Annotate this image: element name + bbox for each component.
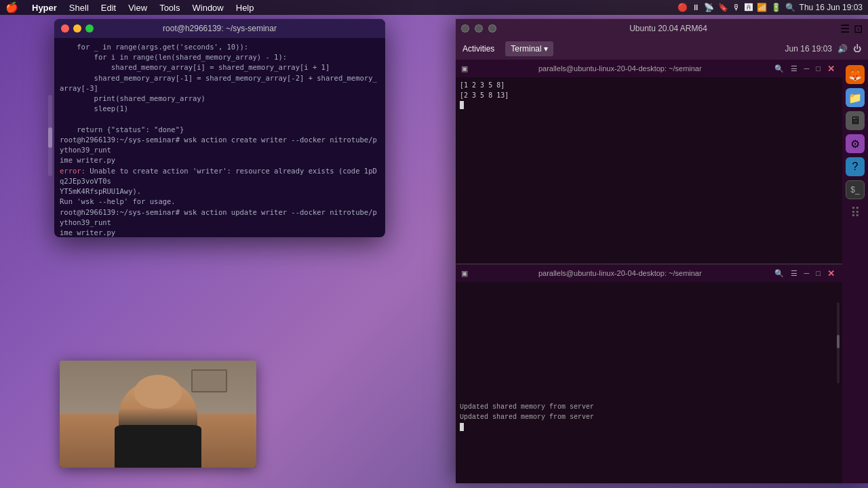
term-scrollbar-thumb [837, 335, 840, 348]
hyper-terminal-window: root@h2966139: ~/sys-seminar for _ in ra… [54, 19, 385, 237]
dock-files[interactable]: 📁 [846, 88, 865, 107]
terminal-tab[interactable]: Terminal ▾ [505, 41, 553, 56]
menubar-mic-icon: 🎙 [732, 3, 741, 12]
term-bottom-expand-icon[interactable]: □ [814, 268, 823, 278]
ubuntu-power-icon[interactable]: ⏻ [853, 44, 861, 54]
ubuntu-close-btn[interactable] [461, 24, 469, 33]
term-pane-top-right-icons: 🔍 ☰ ─ □ ✕ [772, 63, 837, 75]
menubar-shell[interactable]: Shell [64, 2, 94, 14]
picture-frame [191, 369, 226, 393]
dock-nautilus[interactable]: 🖥 [846, 111, 865, 130]
ubuntu-sound-icon[interactable]: 🔊 [837, 44, 848, 54]
menubar-broadcast-icon: 📡 [704, 3, 714, 12]
apple-menu[interactable]: 🍎 [5, 1, 18, 14]
ubuntu-traffic-lights [461, 24, 496, 33]
term-close-icon[interactable]: ✕ [825, 63, 837, 75]
maximize-button[interactable] [85, 24, 94, 33]
hyper-terminal-content[interactable]: for _ in range(args.get('seconds', 10)):… [54, 38, 385, 237]
menubar-pause-icon: ⏸ [692, 3, 700, 12]
term-pane-bottom-left-icons: ▣ [461, 269, 468, 278]
dock-help[interactable]: ? [846, 157, 865, 176]
term-minimize-icon[interactable]: ─ [802, 64, 812, 73]
ubuntu-window: Ubuntu 20.04 ARM64 ☰ ⊡ Activities Termin… [456, 19, 868, 483]
menubar-rec-icon: 🔴 [677, 3, 688, 12]
hyper-window-title: root@h2966139: ~/sys-seminar [163, 24, 277, 33]
term-pane-bottom-body[interactable]: Updated shared memory from server Update… [456, 282, 842, 483]
terminal-output: for _ in range(args.get('seconds', 10)):… [60, 42, 380, 237]
ubuntu-dock: 🦊 📁 🖥 ⚙ ? $_ ⠿ [842, 60, 868, 483]
term-bottom-close-icon[interactable]: ✕ [825, 268, 837, 279]
menubar-view[interactable]: View [123, 2, 153, 14]
menubar-items: Hyper Shell Edit View Tools Window Help [26, 2, 260, 14]
left-scroll-thumb [48, 127, 52, 148]
term-pane-top-body[interactable]: [1 2 3 5 8] [2 3 5 8 13] [456, 77, 842, 264]
terminal-pane-bottom: ▣ parallels@ubuntu-linux-20-04-desktop: … [456, 264, 842, 483]
term-scrollbar[interactable] [837, 302, 840, 384]
menubar-edit[interactable]: Edit [96, 2, 121, 14]
terminal-icon-small-2: ▣ [461, 269, 468, 278]
term-pane-top-titlebar: ▣ parallels@ubuntu-linux-20-04-desktop: … [456, 60, 842, 77]
menubar-help[interactable]: Help [231, 2, 260, 14]
ubuntu-datetime: Jun 16 19:03 [785, 44, 832, 54]
term-pane-top-title: parallels@ubuntu-linux-20-04-desktop: ~/… [473, 64, 767, 73]
activities-label[interactable]: Activities [462, 44, 494, 54]
dock-terminal[interactable]: $_ [846, 180, 865, 199]
ubuntu-minimize-btn[interactable] [475, 24, 483, 33]
menubar-wifi-icon: 📶 [757, 3, 767, 12]
ubuntu-list-icon: ☰ [840, 22, 850, 35]
term-bottom-menu-icon[interactable]: ☰ [789, 268, 800, 279]
clothing [115, 425, 201, 468]
ubuntu-activities-bar: Activities Terminal ▾ Jun 16 19:03 🔊 ⏻ [456, 38, 868, 60]
menubar-battery-icon: 🔋 [771, 3, 781, 12]
term-search-icon[interactable]: 🔍 [772, 64, 786, 74]
term-bottom-search-icon[interactable]: 🔍 [772, 268, 786, 279]
ubuntu-topbar-icons: ☰ ⊡ [840, 22, 863, 35]
menubar-window[interactable]: Window [187, 2, 229, 14]
output-line-1: Updated shared memory from server [460, 402, 838, 412]
hyper-titlebar: root@h2966139: ~/sys-seminar [54, 19, 385, 38]
dock-more[interactable]: ⠿ [846, 203, 865, 222]
menubar-hyper[interactable]: Hyper [26, 2, 62, 14]
terminal-icon-small: ▣ [461, 64, 468, 73]
menubar: 🍎 Hyper Shell Edit View Tools Window Hel… [0, 0, 868, 15]
ubuntu-terminal-area: ▣ parallels@ubuntu-linux-20-04-desktop: … [456, 60, 842, 483]
activities-right: Jun 16 19:03 🔊 ⏻ [785, 44, 861, 54]
term-pane-bottom-title: parallels@ubuntu-linux-20-04-desktop: ~/… [473, 269, 767, 277]
term-pane-bottom-titlebar: ▣ parallels@ubuntu-linux-20-04-desktop: … [456, 264, 842, 282]
minimize-button[interactable] [73, 24, 81, 33]
person-head [134, 375, 182, 409]
menubar-lang-icon: 🅰 [745, 3, 753, 12]
ubuntu-maximize-btn[interactable] [488, 24, 496, 33]
left-scroll-indicator[interactable] [48, 95, 52, 176]
dock-settings[interactable]: ⚙ [846, 134, 865, 153]
menubar-search-icon[interactable]: 🔍 [785, 3, 795, 12]
ubuntu-topbar: Ubuntu 20.04 ARM64 ☰ ⊡ [456, 19, 868, 38]
term-pane-top-left-icons: ▣ [461, 64, 468, 73]
menubar-tools[interactable]: Tools [154, 2, 185, 14]
term-bottom-empty [460, 285, 838, 402]
ubuntu-expand-icon[interactable]: ⊡ [854, 22, 863, 35]
webcam-overlay [60, 361, 256, 468]
menubar-datetime: Thu 16 Jun 19:03 [800, 3, 863, 12]
menubar-bookmark-icon: 🔖 [718, 3, 728, 12]
output-line-2: Updated shared memory from server [460, 412, 838, 422]
output-prompt-line [460, 422, 838, 432]
terminal-pane-top: ▣ parallels@ubuntu-linux-20-04-desktop: … [456, 60, 842, 264]
traffic-lights [61, 24, 94, 33]
dock-firefox[interactable]: 🦊 [846, 65, 865, 84]
ubuntu-window-title: Ubuntu 20.04 ARM64 [496, 24, 840, 33]
term-top-output: [1 2 3 5 8] [2 3 5 8 13] [460, 80, 838, 110]
webcam-face [60, 361, 256, 468]
close-button[interactable] [61, 24, 69, 33]
term-pane-bottom-right-icons: 🔍 ☰ ─ □ ✕ [772, 268, 837, 279]
term-bottom-output: Updated shared memory from server Update… [460, 402, 838, 432]
term-bottom-minimize-icon[interactable]: ─ [802, 268, 812, 278]
term-expand-icon[interactable]: □ [814, 64, 823, 73]
menubar-right: 🔴 ⏸ 📡 🔖 🎙 🅰 📶 🔋 🔍 Thu 16 Jun 19:03 [677, 3, 863, 12]
term-menu-icon[interactable]: ☰ [789, 64, 800, 74]
